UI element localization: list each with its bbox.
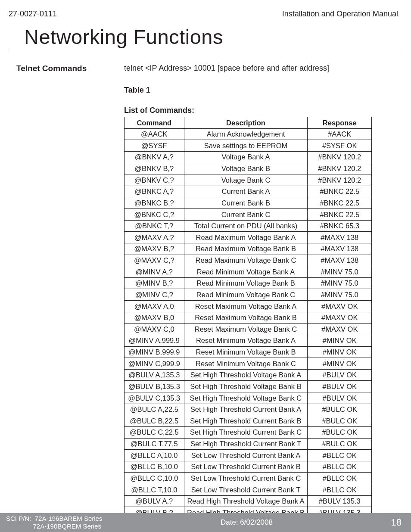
table-row: @BULC A,22.5Set High Threshold Current B…: [125, 404, 372, 415]
table-row: @BNKC T,?Total Current on PDU (All banks…: [125, 220, 372, 232]
cell-resp: #BLLC OK: [308, 450, 372, 461]
table-row: @MINV B,?Read Minimum Voltage Bank B#MIN…: [125, 277, 372, 289]
telnet-intro: telnet <IP Address> 10001 [space before …: [124, 64, 387, 73]
table-row: @MINV B,999.9Reset Minimum Voltage Bank …: [125, 346, 372, 358]
cell-desc: Voltage Bank B: [184, 163, 308, 174]
table-row: @MAXV A,?Read Maximum Voltage Bank A#MAX…: [125, 232, 372, 243]
cell-desc: Current Bank B: [184, 197, 308, 209]
cell-resp: #BNKC 65.3: [308, 220, 372, 232]
cell-cmd: @MAXV C,0: [125, 324, 184, 335]
table-row: @BULC T,77.5Set High Threshold Current B…: [125, 438, 372, 450]
cell-cmd: @BLLC A,10.0: [125, 450, 184, 461]
table-row: @BLLC A,10.0Set Low Threshold Current Ba…: [125, 450, 372, 461]
cell-resp: #BNKC 22.5: [308, 209, 372, 221]
cell-desc: Reset Maximum Voltage Bank C: [184, 324, 308, 335]
cell-desc: Set High Threshold Current Bank C: [184, 426, 308, 438]
cell-desc: Total Current on PDU (All banks): [184, 220, 308, 232]
cell-desc: Set High Threshold Current Bank T: [184, 438, 308, 450]
table-label: Table 1: [124, 86, 387, 95]
page-footer: SCI P/N: 72A-196BAREM Series 72A-190BQRE…: [0, 513, 411, 532]
table-row: @BULV A,?Read High Threshold Voltage Ban…: [125, 495, 372, 507]
footer-page-number: 18: [391, 517, 402, 528]
cell-cmd: @BULC C,22.5: [125, 426, 184, 438]
title-rule: [9, 51, 402, 51]
cell-cmd: @BULC A,22.5: [125, 404, 184, 415]
cell-desc: Read Minimum Voltage Bank B: [184, 277, 308, 289]
cell-desc: Set Low Threshold Current Bank T: [184, 484, 308, 496]
table-header-row: Command Description Response: [125, 117, 372, 129]
cell-desc: Set High Threshold Current Bank A: [184, 404, 308, 415]
cell-resp: #BULC OK: [308, 415, 372, 427]
cell-cmd: @MINV B,999.9: [125, 346, 184, 358]
cell-resp: #BLLC OK: [308, 461, 372, 473]
cell-resp: #MINV OK: [308, 335, 372, 346]
section-heading: Telnet Commands: [16, 64, 107, 73]
table-row: @MINV A,?Read Minimum Voltage Bank A#MIN…: [125, 266, 372, 278]
list-label: List of Commands:: [124, 106, 387, 115]
cell-cmd: @BULV A,135.3: [125, 369, 184, 381]
page-title: Networking Functions: [24, 25, 223, 49]
col-response: Response: [308, 117, 372, 129]
cell-resp: #MINV 75.0: [308, 266, 372, 278]
cell-desc: Reset Maximum Voltage Bank B: [184, 312, 308, 324]
cell-cmd: @MAXV A,0: [125, 301, 184, 312]
table-row: @BNKC B,?Current Bank B#BNKC 22.5: [125, 197, 372, 209]
table-row: @BNKV B,?Voltage Bank B#BNKV 120.2: [125, 163, 372, 174]
cell-desc: Save settings to EEPROM: [184, 140, 308, 152]
cell-desc: Read High Threshold Voltage Bank A: [184, 495, 308, 507]
cell-resp: #MAXV 138: [308, 243, 372, 255]
cell-desc: Set Low Threshold Current Bank B: [184, 461, 308, 473]
cell-cmd: @BLLC C,10.0: [125, 473, 184, 484]
cell-resp: #BNKV 120.2: [308, 151, 372, 163]
cell-resp: #MINV 75.0: [308, 277, 372, 289]
table-row: @BULV C,135.3Set High Threshold Voltage …: [125, 392, 372, 404]
cell-desc: Reset Maximum Voltage Bank A: [184, 301, 308, 312]
cell-desc: Current Bank C: [184, 209, 308, 221]
table-row: @BULC B,22.5Set High Threshold Current B…: [125, 415, 372, 427]
cell-desc: Reset Minimum Voltage Bank A: [184, 335, 308, 346]
table-row: @BLLC C,10.0Set Low Threshold Current Ba…: [125, 473, 372, 484]
cell-desc: Read Maximum Voltage Bank A: [184, 232, 308, 243]
cell-desc: Set High Threshold Voltage Bank B: [184, 381, 308, 392]
cell-cmd: @BNKC C,?: [125, 209, 184, 221]
cell-cmd: @BLLC B,10.0: [125, 461, 184, 473]
cell-resp: #BNKC 22.5: [308, 186, 372, 197]
cell-desc: Voltage Bank C: [184, 174, 308, 186]
col-command: Command: [125, 117, 184, 129]
cell-resp: #BNKV 120.2: [308, 163, 372, 174]
commands-table: Command Description Response @AACKAlarm …: [124, 117, 372, 532]
cell-desc: Set High Threshold Voltage Bank A: [184, 369, 308, 381]
cell-resp: #MAXV OK: [308, 324, 372, 335]
table-row: @MAXV B,0Reset Maximum Voltage Bank B#MA…: [125, 312, 372, 324]
manual-title: Installation and Operation Manual: [282, 9, 398, 19]
table-row: @BNKC A,?Current Bank A#BNKC 22.5: [125, 186, 372, 197]
cell-desc: Set High Threshold Current Bank B: [184, 415, 308, 427]
cell-resp: #MAXV OK: [308, 312, 372, 324]
cell-resp: #MINV OK: [308, 346, 372, 358]
cell-resp: #BULC OK: [308, 426, 372, 438]
cell-cmd: @BNKC B,?: [125, 197, 184, 209]
cell-cmd: @BULC T,77.5: [125, 438, 184, 450]
cell-desc: Alarm Acknowledgement: [184, 128, 308, 140]
cell-desc: Voltage Bank A: [184, 151, 308, 163]
table-row: @BNKC C,?Current Bank C#BNKC 22.5: [125, 209, 372, 221]
pn-line-1: 72A-196BAREM Series: [35, 515, 103, 522]
cell-cmd: @MINV B,?: [125, 277, 184, 289]
table-row: @BNKV A,?Voltage Bank A#BNKV 120.2: [125, 151, 372, 163]
table-row: @BULV A,135.3Set High Threshold Voltage …: [125, 369, 372, 381]
table-row: @MAXV C,?Read Maximum Voltage Bank C#MAX…: [125, 255, 372, 266]
cell-resp: #BNKV 120.2: [308, 174, 372, 186]
doc-number: 27-0027-0111: [9, 9, 57, 19]
table-row: @BULV B,135.3Set High Threshold Voltage …: [125, 381, 372, 392]
cell-desc: Reset Minimum Voltage Bank B: [184, 346, 308, 358]
cell-cmd: @BNKV C,?: [125, 174, 184, 186]
cell-cmd: @BLLC T,10.0: [125, 484, 184, 496]
cell-desc: Read Minimum Voltage Bank A: [184, 266, 308, 278]
cell-resp: #MINV 75.0: [308, 289, 372, 301]
cell-cmd: @MAXV C,?: [125, 255, 184, 266]
page-header: 27-0027-0111 Installation and Operation …: [9, 9, 398, 19]
table-row: @BLLC B,10.0Set Low Threshold Current Ba…: [125, 461, 372, 473]
cell-cmd: @BULV C,135.3: [125, 392, 184, 404]
date-value: 6/02/2008: [240, 518, 273, 526]
cell-resp: #BLLC OK: [308, 484, 372, 496]
